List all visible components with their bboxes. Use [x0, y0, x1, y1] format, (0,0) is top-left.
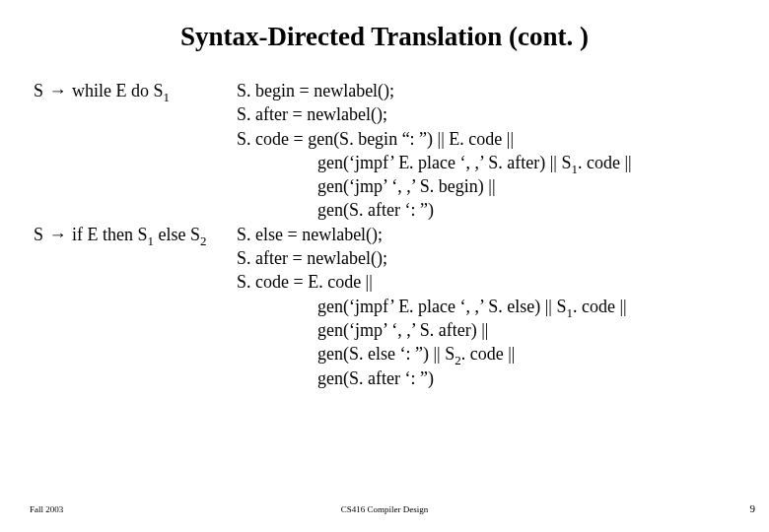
footer-center: CS416 Compiler Design	[0, 504, 769, 514]
code-text: . code ||	[461, 344, 516, 364]
lhs-text: else S	[154, 225, 200, 244]
code-line: gen(S. else ‘: ”) || S2. code ||	[237, 342, 627, 366]
rule-while-lhs: S → while E do S1	[34, 79, 237, 102]
code-text: gen(‘jmpf’ E. place ‘, ,’ S. else) || S	[317, 297, 566, 316]
subscript: 1	[164, 90, 170, 104]
rule-ifelse: S → if E then S1 else S2 S. else = newla…	[34, 223, 632, 390]
code-line: S. code = gen(S. begin “: ”) || E. code …	[237, 127, 632, 151]
code-line: S. else = newlabel();	[237, 223, 627, 246]
rule-while: S → while E do S1 S. begin = newlabel();…	[34, 79, 632, 223]
arrow-icon: →	[48, 223, 68, 246]
lhs-text: S	[34, 81, 48, 100]
rule-while-rhs: S. begin = newlabel(); S. after = newlab…	[237, 79, 632, 223]
code-line: gen(‘jmp’ ‘, ,’ S. after) ||	[237, 318, 627, 342]
lhs-text: while E do S	[68, 81, 164, 100]
lhs-text: if E then S	[68, 225, 148, 244]
subscript: 2	[200, 233, 206, 247]
code-text: . code ||	[578, 153, 632, 172]
arrow-icon: →	[48, 79, 68, 102]
code-line: S. code = E. code ||	[237, 270, 627, 294]
code-line: S. after = newlabel();	[237, 102, 632, 126]
code-line: gen(S. after ‘: ”)	[237, 198, 632, 222]
code-line: S. begin = newlabel();	[237, 79, 632, 102]
rule-ifelse-lhs: S → if E then S1 else S2	[34, 223, 237, 246]
slide-title: Syntax-Directed Translation (cont. )	[0, 22, 769, 52]
rule-ifelse-rhs: S. else = newlabel(); S. after = newlabe…	[237, 223, 627, 390]
code-text: gen(‘jmpf’ E. place ‘, ,’ S. after) || S	[317, 153, 571, 172]
code-line: gen(S. after ‘: ”)	[237, 366, 627, 390]
code-text: gen(S. else ‘: ”) || S	[317, 344, 454, 364]
lhs-text: S	[34, 225, 48, 244]
code-line: S. after = newlabel();	[237, 246, 627, 270]
code-text: . code ||	[573, 297, 627, 316]
code-line: gen(‘jmpf’ E. place ‘, ,’ S. after) || S…	[237, 151, 632, 174]
code-line: gen(‘jmpf’ E. place ‘, ,’ S. else) || S1…	[237, 295, 627, 318]
slide: Syntax-Directed Translation (cont. ) S →…	[0, 0, 769, 532]
code-line: gen(‘jmp’ ‘, ,’ S. begin) ||	[237, 174, 632, 198]
slide-content: S → while E do S1 S. begin = newlabel();…	[34, 79, 632, 390]
footer-page-number: 9	[750, 502, 756, 514]
